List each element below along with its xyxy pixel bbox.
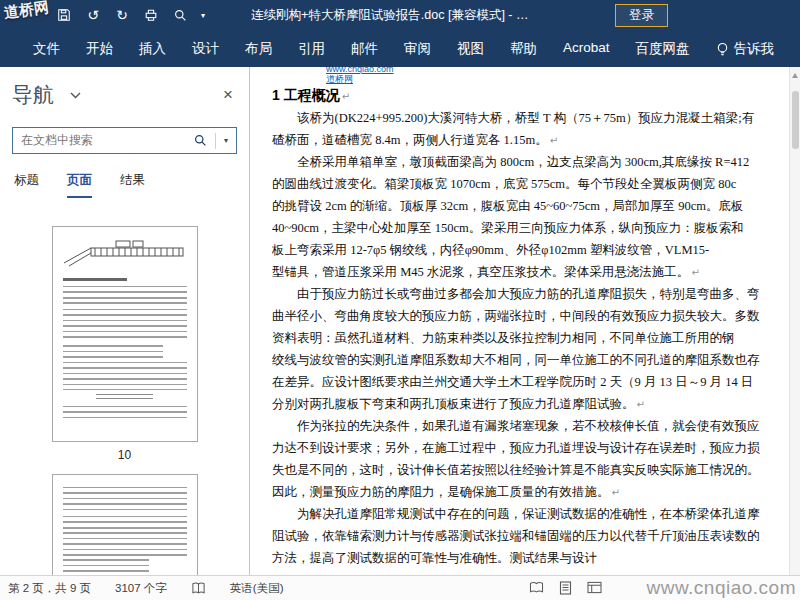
watermark-url: www.cnqiao.com xyxy=(646,577,796,599)
save-icon[interactable] xyxy=(56,7,72,23)
undo-icon[interactable]: ↺ xyxy=(85,7,101,23)
language-indicator[interactable]: 英语(美国) xyxy=(230,581,284,596)
scrollbar-up-arrow[interactable] xyxy=(792,73,798,78)
proofing-book-icon[interactable] xyxy=(191,581,206,595)
document-line: 绞线与波纹管的实测孔道摩阻系数却大不相同，同一单位施工的不同孔道的摩阻系数也存 xyxy=(272,349,800,371)
page-thumbnail-current[interactable] xyxy=(52,226,198,442)
document-line: 曲半径小、弯曲角度较大的预应力筋，两端张拉时，中间段的有效预应力损失较大。多数 xyxy=(272,305,800,327)
ribbon-tab-3[interactable]: 插入 xyxy=(126,40,179,58)
document-line: 该桥为(DK224+995.200)大溪河特大桥，桥型 T 构（75＋75m）预… xyxy=(272,107,800,129)
ribbon-tabs: 文件开始插入设计布局引用邮件审阅视图帮助Acrobat百度网盘 xyxy=(20,40,703,58)
nav-tab-inactive[interactable]: 标题 xyxy=(14,172,39,198)
search-dropdown-caret[interactable]: ▾ xyxy=(224,136,228,145)
nav-pane-title: 导航 xyxy=(12,81,54,109)
word-count[interactable]: 3107 个字 xyxy=(115,581,167,596)
login-button[interactable]: 登录 xyxy=(615,4,668,27)
redo-icon[interactable]: ↻ xyxy=(114,7,130,23)
thumbnail-bridge-drawing xyxy=(61,235,191,269)
thumbnail-text-block xyxy=(63,286,187,306)
document-line: 方法，提高了测试数据的可靠性与准确性。测试结果与设计 xyxy=(272,547,800,569)
document-text: 该桥为(DK224+995.200)大溪河特大桥，桥型 T 构（75＋75m）预… xyxy=(272,107,800,569)
document-line: 40~90cm，主梁中心处加厚至 150cm。梁采用三向预应力体系，纵向预应力：… xyxy=(272,217,800,239)
ribbon-tab-10[interactable]: 帮助 xyxy=(497,40,550,58)
thumbnail-text-block xyxy=(63,487,187,513)
thumbnail-text-block xyxy=(63,362,187,390)
paragraph-mark: ↵ xyxy=(612,487,620,498)
ribbon-tab-9[interactable]: 视图 xyxy=(444,40,497,58)
ribbon-tab-11[interactable]: Acrobat xyxy=(550,40,623,58)
page-thumbnails: 10 xyxy=(0,198,249,575)
print-layout-icon[interactable] xyxy=(559,581,572,595)
document-line: 失也是不同的，这时，设计伸长值若按照以往经验计算是不能真实反映实际施工情况的。 xyxy=(272,459,800,481)
thumbnail-text-block xyxy=(63,345,164,359)
view-mode-buttons xyxy=(529,581,602,595)
thumbnail-text-block xyxy=(63,559,149,575)
document-line: 型锚具，管道压浆采用 M45 水泥浆，真空压浆技术。梁体采用悬浇法施工。↵ xyxy=(272,261,800,283)
navigation-pane: 导航 × 在文档中搜索 ▾ 标题页面结果 xyxy=(0,67,250,575)
nav-tab-active[interactable]: 页面 xyxy=(67,172,92,198)
document-line: 的圆曲线过渡变化。箱梁顶板宽 1070cm，底宽 575cm。每个节段处全翼板两… xyxy=(272,173,800,195)
ribbon-tab-7[interactable]: 邮件 xyxy=(338,40,391,58)
search-icon[interactable] xyxy=(172,7,188,23)
thumbnail-text-block xyxy=(63,406,187,422)
paragraph-mark: ↵ xyxy=(550,135,558,146)
document-line: 全桥采用单箱单室，墩顶截面梁高为 800cm，边支点梁高为 300cm,其底缘按… xyxy=(272,151,800,173)
chevron-down-icon[interactable] xyxy=(70,92,81,99)
status-bar: 第 2 页，共 9 页 3107 个字 英语(美国) www.cnqiao.co… xyxy=(0,575,800,600)
nav-pane-header: 导航 × xyxy=(0,67,249,117)
main-area: 导航 × 在文档中搜索 ▾ 标题页面结果 xyxy=(0,67,800,575)
thumbnail-formula xyxy=(96,394,154,402)
window-title: 连续刚构+特大桥摩阻试验报告.doc [兼容模式] - … xyxy=(251,7,528,24)
ribbon-tab-6[interactable]: 引用 xyxy=(285,40,338,58)
page-indicator[interactable]: 第 2 页，共 9 页 xyxy=(8,581,91,596)
tell-me-label: 告诉我 xyxy=(734,40,775,58)
paragraph-mark: ↵ xyxy=(637,399,645,410)
thumbnail-text-block xyxy=(63,309,187,342)
web-layout-icon[interactable] xyxy=(587,581,602,595)
tell-me-button[interactable]: 告诉我 xyxy=(703,40,775,58)
nav-search-box[interactable]: 在文档中搜索 ▾ xyxy=(12,127,237,154)
page-thumbnail-next[interactable] xyxy=(52,474,198,575)
ribbon-tab-4[interactable]: 设计 xyxy=(179,40,232,58)
document-line: 板上弯索采用 12-7φ5 钢绞线，内径φ90mm、外径φ102mm 塑料波纹管… xyxy=(272,239,800,261)
document-line: 力达不到设计要求；另外，在施工过程中，预应力孔道埋设与设计存在误差时，预应力损 xyxy=(272,437,800,459)
header-link[interactable]: 道桥网 xyxy=(326,74,394,84)
ribbon-tab-5[interactable]: 布局 xyxy=(232,40,285,58)
paragraph-mark: ↵ xyxy=(691,267,699,278)
read-mode-icon[interactable] xyxy=(529,581,544,595)
document-line: 由于预应力筋过长或弯曲过多都会加大预应力筋的孔道摩阻损失，特别是弯曲多、弯 xyxy=(272,283,800,305)
divider xyxy=(215,133,216,149)
thumbnail-text-block xyxy=(63,516,187,556)
quick-access-toolbar: ↺ ↻ ▾ xyxy=(56,7,205,23)
document-area[interactable]: www.cnqiao.com 道桥网 1 工程概况↵ 该桥为(DK224+995… xyxy=(250,67,800,575)
ribbon-tab-8[interactable]: 审阅 xyxy=(391,40,444,58)
thumbnail-heading-line xyxy=(63,278,128,281)
search-icon[interactable] xyxy=(194,134,207,147)
scrollbar-thumb[interactable] xyxy=(792,91,799,149)
document-line: 阻试验，依靠锚索测力计与传感器测试张拉端和锚固端的压力以代替千斤顶油压表读数的 xyxy=(272,525,800,547)
page-thumbnail-label: 10 xyxy=(118,448,131,462)
ribbon-tab-bar: 文件开始插入设计布局引用邮件审阅视图帮助Acrobat百度网盘 告诉我 xyxy=(0,30,800,67)
document-line: 作为张拉的先决条件，如果孔道有漏浆堵塞现象，若不校核伸长值，就会使有效预应 xyxy=(272,415,800,437)
document-line: 因此，测量预应力筋的摩阻力，是确保施工质量的有效措施。↵ xyxy=(272,481,800,503)
header-link[interactable]: www.cnqiao.com xyxy=(326,67,394,74)
nav-tab-inactive[interactable]: 结果 xyxy=(120,172,145,198)
document-line: 资料表明：虽然孔道材料、力筋束种类以及张拉控制力相同，不同单位施工所用的钢 xyxy=(272,327,800,349)
document-line: 为解决孔道摩阻常规测试中存在的问题，保证测试数据的准确性，在本桥梁体孔道摩 xyxy=(272,503,800,525)
document-line: 分别对两孔腹板下弯束和两孔顶板束进行了预应力孔道摩阻试验。↵ xyxy=(272,393,800,415)
document-line: 在差异。应设计图纸要求由兰州交通大学土木工程学院历时 2 天（9 月 13 日～… xyxy=(272,371,800,393)
printer-icon[interactable] xyxy=(143,7,159,23)
document-heading: 1 工程概况↵ xyxy=(272,83,800,107)
document-header-links[interactable]: www.cnqiao.com 道桥网 xyxy=(326,67,394,84)
ribbon-tab-2[interactable]: 开始 xyxy=(73,40,126,58)
close-icon[interactable]: × xyxy=(223,85,233,105)
document-line: 的挑臂设 2cm 的渐缩。顶板厚 32cm，腹板宽由 45~60~75cm，局部… xyxy=(272,195,800,217)
paragraph-mark: ↵ xyxy=(342,91,350,102)
vertical-scrollbar[interactable] xyxy=(789,67,800,575)
ribbon-tab-12[interactable]: 百度网盘 xyxy=(623,40,703,58)
toolbar-dropdown-caret[interactable]: ▾ xyxy=(201,11,205,20)
document-line: 碴桥面，道碴槽宽 8.4m，两侧人行道宽各 1.15m。↵ xyxy=(272,129,800,151)
lightbulb-icon xyxy=(716,42,729,57)
title-bar: ↺ ↻ ▾ 连续刚构+特大桥摩阻试验报告.doc [兼容模式] - … 登录 xyxy=(0,0,800,30)
ribbon-tab-1[interactable]: 文件 xyxy=(20,40,73,58)
